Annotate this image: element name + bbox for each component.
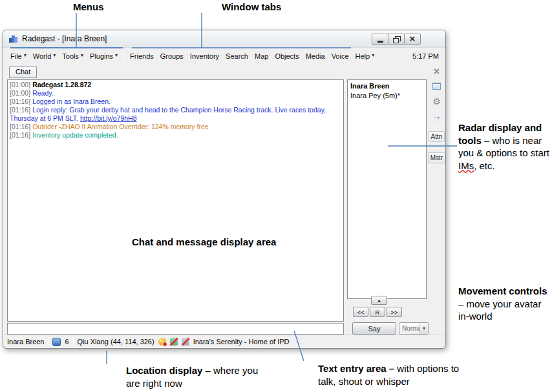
close-button[interactable]: [404, 34, 421, 45]
chat-line: [01:00]Ready.: [10, 89, 341, 98]
radegast-window: Radegast - [Inara Breen] File World Tool…: [3, 30, 446, 349]
minimize-button[interactable]: [372, 34, 388, 45]
annotation-movement-bold: Movement controls: [458, 285, 547, 296]
restore-button[interactable]: [388, 34, 405, 45]
say-button[interactable]: Say: [352, 322, 396, 335]
gear-icon[interactable]: [430, 95, 443, 107]
tab-media[interactable]: Media: [303, 50, 328, 63]
tab-voice[interactable]: Voice: [328, 50, 352, 63]
annotation-window-tabs: Window tabs: [222, 1, 281, 12]
chat-line: [01:16]Outrider -ZHAO II Animation Overr…: [10, 123, 341, 131]
movement-reset-button[interactable]: R: [370, 307, 385, 317]
chat-link[interactable]: http://bit.ly/o79hH8: [80, 114, 137, 122]
close-tab-icon[interactable]: [430, 65, 443, 77]
move-up-button[interactable]: [371, 296, 387, 305]
tab-friends[interactable]: Friends: [127, 50, 157, 63]
titlebar[interactable]: Radegast - [Inara Breen]: [3, 30, 445, 48]
clock: 5:17 PM: [412, 52, 441, 60]
menu-world[interactable]: World: [30, 50, 59, 63]
coin-icon: [158, 338, 166, 346]
annotation-menus: Menus: [73, 1, 104, 12]
radegast-logo-icon: [8, 34, 18, 43]
statusbar-separator: [73, 337, 74, 346]
chat-line: [01:00]Radegast 1.28.872: [10, 81, 341, 89]
radar-item[interactable]: Inara Pey (5m)*: [350, 91, 423, 101]
turn-right-button[interactable]: >>: [387, 307, 402, 317]
window-title: Radegast - [Inara Breen]: [22, 34, 107, 43]
close-icon: [410, 34, 416, 44]
tab-groups[interactable]: Groups: [157, 50, 187, 63]
statusbar: Inara Breen 6 Qiu Xiang (44, 114, 326) I…: [3, 335, 445, 348]
menu-tools[interactable]: Tools: [59, 50, 87, 63]
tab-objects[interactable]: Objects: [271, 50, 302, 63]
tab-map[interactable]: Map: [251, 50, 271, 63]
caption-buttons: [372, 34, 421, 45]
radar-list[interactable]: Inara Breen Inara Pey (5m)*: [347, 79, 427, 299]
annotation-location: Location display – where you are right n…: [126, 364, 267, 389]
menubar: File World Tools Plugins Friends Groups …: [3, 48, 445, 64]
minimize-icon: [377, 41, 383, 43]
restore-icon: [393, 36, 399, 42]
menubar-separator: [123, 51, 124, 61]
chevron-down-icon: [419, 323, 428, 334]
voice-muted-icon: [170, 338, 178, 346]
menu-plugins[interactable]: Plugins: [87, 50, 121, 63]
chat-type-dropdown[interactable]: Normal: [399, 322, 429, 335]
statusbar-balance: 6: [65, 338, 69, 346]
media-muted-icon: [182, 338, 189, 346]
chat-display-area[interactable]: [01:00]Radegast 1.28.872 [01:00]Ready. […: [7, 79, 344, 322]
statusbar-parcel: Inara's Serenity - Home of IPD: [193, 338, 290, 346]
annotation-movement: Movement controls – move your avatar in-…: [458, 285, 552, 323]
annotation-location-bold: Location display: [126, 365, 202, 376]
mstr-button[interactable]: Mstr: [428, 152, 445, 163]
chat-line: [01:16]Login reply: Grab your derby hat …: [10, 106, 341, 123]
chat-line: [01:16]Logged in as Inara Breen.: [10, 98, 341, 106]
statusbar-separator: [48, 337, 48, 346]
annotation-chat-area: Chat and message display area: [132, 236, 276, 249]
attn-button[interactable]: Attn: [429, 131, 445, 142]
balance-icon: [52, 338, 61, 346]
menu-help[interactable]: Help: [352, 50, 378, 63]
tab-inventory[interactable]: Inventory: [187, 50, 222, 63]
tab-search[interactable]: Search: [222, 50, 251, 63]
statusbar-avatar-name: Inara Breen: [7, 338, 44, 346]
toolbar-separator: [430, 148, 443, 149]
annotation-text-entry: Text entry area – with options to talk, …: [318, 362, 474, 387]
annotation-text-entry-bold: Text entry area –: [318, 363, 394, 374]
radar-item[interactable]: Inara Breen: [350, 81, 423, 91]
radar-toolbar: Attn Mstr: [429, 65, 445, 167]
toolbar-separator: [430, 127, 443, 127]
menu-file[interactable]: File: [7, 50, 30, 63]
chat-line: [01:16]Inventory update completed.: [10, 131, 341, 139]
tab-strip: Chat: [3, 64, 445, 79]
tab-chat[interactable]: Chat: [9, 66, 37, 78]
im-icon[interactable]: [430, 80, 443, 92]
canvas: Menus Window tabs Radar display and tool…: [0, 0, 552, 392]
annotation-radar: Radar display and tools – who is near yo…: [458, 121, 552, 172]
go-arrow-icon[interactable]: [430, 110, 443, 122]
turn-left-button[interactable]: <<: [353, 307, 368, 317]
statusbar-location: Qiu Xiang (44, 114, 326): [78, 338, 154, 346]
chat-input[interactable]: [7, 323, 344, 335]
